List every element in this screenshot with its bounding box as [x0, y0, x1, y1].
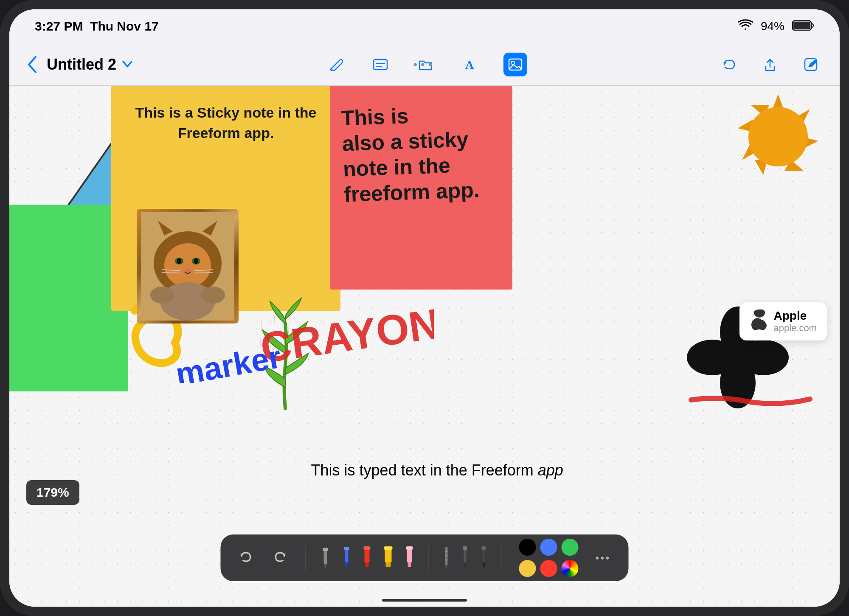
- svg-rect-69: [482, 546, 486, 550]
- ruler-tool[interactable]: [441, 545, 452, 571]
- toolbar-divider-3: [502, 545, 502, 571]
- svg-point-33: [748, 107, 808, 166]
- status-bar: 3:27 PM Thu Nov 17 94%: [9, 9, 840, 43]
- cat-photo-content: [137, 209, 239, 323]
- share-button[interactable]: [758, 53, 782, 76]
- color-black[interactable]: [519, 539, 536, 556]
- drawing-toolbar: •••: [221, 534, 629, 581]
- svg-marker-48: [345, 562, 349, 569]
- svg-marker-65: [464, 563, 467, 569]
- toolbar-divider-2: [428, 545, 429, 571]
- color-blue[interactable]: [540, 539, 557, 556]
- title-chevron-icon: [121, 58, 133, 71]
- apple-link-card[interactable]: Apple apple.com: [739, 302, 827, 340]
- nav-top-dots: •••: [413, 58, 436, 71]
- svg-point-23: [150, 287, 174, 304]
- screen: 3:27 PM Thu Nov 17 94% Untitled 2: [9, 9, 840, 607]
- pen-blue-tool[interactable]: [341, 545, 353, 571]
- history-button[interactable]: [717, 53, 741, 76]
- dark-pen-tool[interactable]: [460, 545, 470, 571]
- apple-card-icon: [750, 309, 767, 334]
- nav-bar: Untitled 2 •••: [9, 43, 840, 86]
- svg-point-38: [714, 334, 761, 381]
- marker-text: marker: [171, 340, 319, 385]
- svg-point-16: [194, 258, 198, 264]
- svg-rect-2: [374, 59, 387, 70]
- color-multicolor[interactable]: [562, 560, 579, 577]
- nav-dots: •••: [413, 58, 436, 71]
- wifi-icon: [738, 19, 753, 34]
- cat-photo[interactable]: [137, 209, 239, 323]
- svg-point-5: [511, 61, 514, 65]
- color-green[interactable]: [562, 539, 579, 556]
- undo-button[interactable]: [233, 545, 259, 571]
- svg-rect-4: [509, 59, 522, 70]
- color-red[interactable]: [540, 560, 557, 577]
- edit-button[interactable]: [799, 53, 823, 76]
- dark-pencil-tool[interactable]: [479, 545, 489, 571]
- apple-card-name: Apple: [773, 309, 817, 323]
- battery-percent: 94%: [761, 20, 784, 33]
- sticky-yellow-text: This is a Sticky note in the Freeform ap…: [124, 103, 328, 143]
- crayon-underline: [687, 391, 814, 410]
- toolbar-more-button[interactable]: •••: [590, 545, 616, 571]
- zoom-badge: 179%: [26, 480, 79, 505]
- nav-left: Untitled 2: [26, 55, 133, 74]
- sticky-red-text: This isalso a stickynote in thefreeform …: [341, 100, 501, 208]
- svg-rect-59: [445, 547, 448, 565]
- media-tool-button[interactable]: [503, 53, 527, 76]
- apple-card-url: apple.com: [773, 323, 817, 334]
- eraser-pink-tool[interactable]: [404, 545, 416, 571]
- home-indicator: [382, 599, 467, 602]
- svg-line-19: [162, 273, 181, 273]
- svg-rect-46: [323, 548, 328, 551]
- svg-rect-1: [793, 22, 810, 29]
- draw-tool-button[interactable]: [323, 53, 347, 76]
- svg-point-24: [201, 287, 225, 304]
- document-title[interactable]: Untitled 2: [47, 56, 133, 73]
- svg-rect-66: [463, 546, 467, 550]
- svg-marker-63: [445, 565, 448, 569]
- svg-rect-55: [384, 546, 393, 550]
- font-tool-button[interactable]: A: [458, 53, 482, 76]
- device-frame: 3:27 PM Thu Nov 17 94% Untitled 2: [0, 0, 849, 616]
- svg-point-12: [164, 243, 211, 287]
- typed-text-label: This is typed text in the Freeform app: [311, 461, 563, 479]
- svg-marker-68: [483, 563, 485, 569]
- status-time: 3:27 PM Thu Nov 17: [35, 19, 159, 34]
- svg-rect-52: [364, 546, 371, 550]
- more-dots-icon: •••: [595, 551, 610, 565]
- redo-button[interactable]: [267, 545, 293, 571]
- svg-rect-57: [408, 563, 411, 567]
- sticky-note-red[interactable]: This isalso a stickynote in thefreeform …: [330, 86, 512, 290]
- status-right-icons: 94%: [738, 19, 814, 34]
- svg-rect-49: [344, 547, 349, 550]
- svg-marker-45: [324, 564, 327, 570]
- svg-line-21: [194, 273, 213, 273]
- toolbar-divider-1: [306, 545, 306, 571]
- svg-rect-58: [406, 546, 413, 550]
- svg-text:marker: marker: [173, 340, 284, 383]
- battery-icon: [792, 20, 814, 33]
- color-swatch-grid: [519, 539, 579, 577]
- canvas-area[interactable]: This is a Sticky note in the Freeform ap…: [9, 86, 840, 607]
- back-button[interactable]: [26, 55, 38, 74]
- nav-right-actions: [717, 53, 823, 76]
- text-tool-button[interactable]: [368, 53, 392, 76]
- marker-red-tool[interactable]: [361, 545, 373, 571]
- svg-point-15: [177, 258, 181, 264]
- svg-rect-51: [365, 563, 369, 567]
- sun-shape[interactable]: [729, 86, 827, 189]
- color-yellow[interactable]: [519, 560, 536, 577]
- svg-rect-54: [386, 563, 391, 567]
- pencil-tool[interactable]: [319, 545, 332, 571]
- apple-card-details: Apple apple.com: [773, 309, 817, 334]
- highlighter-yellow-tool[interactable]: [382, 545, 395, 571]
- svg-text:A: A: [465, 58, 474, 71]
